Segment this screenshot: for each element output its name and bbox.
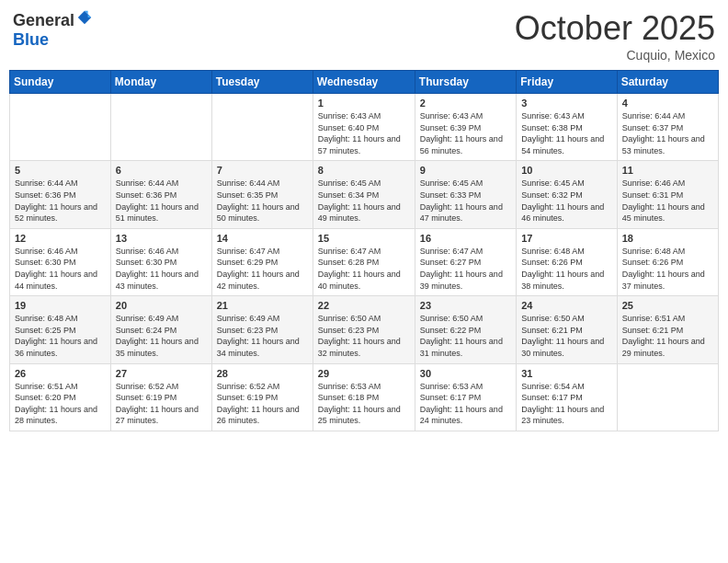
day-number: 21 xyxy=(217,300,308,311)
calendar-day-cell: 16Sunrise: 6:47 AMSunset: 6:27 PMDayligh… xyxy=(415,228,516,295)
day-info: Sunrise: 6:51 AMSunset: 6:21 PMDaylight:… xyxy=(622,313,713,359)
day-number: 13 xyxy=(116,233,207,244)
calendar-day-cell: 25Sunrise: 6:51 AMSunset: 6:21 PMDayligh… xyxy=(617,296,718,363)
calendar-day-cell: 15Sunrise: 6:47 AMSunset: 6:28 PMDayligh… xyxy=(313,228,415,295)
calendar-day-cell xyxy=(617,363,718,431)
day-info: Sunrise: 6:44 AMSunset: 6:37 PMDaylight:… xyxy=(622,110,713,156)
day-number: 16 xyxy=(420,233,511,244)
day-info: Sunrise: 6:43 AMSunset: 6:39 PMDaylight:… xyxy=(420,110,511,156)
logo-blue: Blue xyxy=(13,30,49,49)
day-info: Sunrise: 6:50 AMSunset: 6:23 PMDaylight:… xyxy=(318,313,410,359)
calendar-day-cell: 8Sunrise: 6:45 AMSunset: 6:34 PMDaylight… xyxy=(313,161,415,228)
day-info: Sunrise: 6:53 AMSunset: 6:18 PMDaylight:… xyxy=(318,381,410,427)
calendar-day-cell: 9Sunrise: 6:45 AMSunset: 6:33 PMDaylight… xyxy=(415,161,516,228)
day-info: Sunrise: 6:48 AMSunset: 6:26 PMDaylight:… xyxy=(622,246,713,292)
day-info: Sunrise: 6:47 AMSunset: 6:27 PMDaylight:… xyxy=(420,246,511,292)
day-number: 12 xyxy=(15,233,106,244)
calendar-day-cell: 20Sunrise: 6:49 AMSunset: 6:24 PMDayligh… xyxy=(110,296,211,363)
calendar-day-cell: 17Sunrise: 6:48 AMSunset: 6:26 PMDayligh… xyxy=(517,228,617,295)
calendar-day-cell: 21Sunrise: 6:49 AMSunset: 6:23 PMDayligh… xyxy=(211,296,313,363)
calendar-day-cell: 4Sunrise: 6:44 AMSunset: 6:37 PMDaylight… xyxy=(617,94,718,161)
calendar-week-4: 19Sunrise: 6:48 AMSunset: 6:25 PMDayligh… xyxy=(10,296,719,363)
weekday-header-monday: Monday xyxy=(110,71,211,94)
day-number: 22 xyxy=(318,300,410,311)
day-number: 6 xyxy=(116,165,207,176)
calendar-day-cell: 1Sunrise: 6:43 AMSunset: 6:40 PMDaylight… xyxy=(313,94,415,161)
day-number: 14 xyxy=(217,233,308,244)
calendar-day-cell: 24Sunrise: 6:50 AMSunset: 6:21 PMDayligh… xyxy=(517,296,617,363)
day-info: Sunrise: 6:45 AMSunset: 6:32 PMDaylight:… xyxy=(521,178,611,224)
day-info: Sunrise: 6:54 AMSunset: 6:17 PMDaylight:… xyxy=(521,381,611,427)
title-block: October 2025 Cuquio, Mexico xyxy=(515,9,715,63)
day-number: 28 xyxy=(217,368,308,379)
day-number: 31 xyxy=(521,368,611,379)
logo-general: General xyxy=(13,11,74,29)
day-number: 18 xyxy=(622,233,713,244)
page-header: General Blue October 2025 Cuquio, Mexico xyxy=(9,9,719,63)
day-number: 9 xyxy=(420,165,511,176)
calendar-day-cell: 29Sunrise: 6:53 AMSunset: 6:18 PMDayligh… xyxy=(313,363,415,431)
calendar-day-cell: 7Sunrise: 6:44 AMSunset: 6:35 PMDaylight… xyxy=(211,161,313,228)
calendar-day-cell: 30Sunrise: 6:53 AMSunset: 6:17 PMDayligh… xyxy=(415,363,516,431)
day-info: Sunrise: 6:52 AMSunset: 6:19 PMDaylight:… xyxy=(217,381,308,427)
month-title: October 2025 xyxy=(515,9,715,48)
calendar-day-cell: 28Sunrise: 6:52 AMSunset: 6:19 PMDayligh… xyxy=(211,363,313,431)
day-number: 4 xyxy=(622,98,713,109)
calendar-day-cell: 6Sunrise: 6:44 AMSunset: 6:36 PMDaylight… xyxy=(110,161,211,228)
calendar-day-cell: 22Sunrise: 6:50 AMSunset: 6:23 PMDayligh… xyxy=(313,296,415,363)
calendar-day-cell: 3Sunrise: 6:43 AMSunset: 6:38 PMDaylight… xyxy=(517,94,617,161)
calendar-day-cell: 2Sunrise: 6:43 AMSunset: 6:39 PMDaylight… xyxy=(415,94,516,161)
day-number: 5 xyxy=(15,165,106,176)
weekday-header-sunday: Sunday xyxy=(10,71,111,94)
day-info: Sunrise: 6:48 AMSunset: 6:25 PMDaylight:… xyxy=(15,313,106,359)
day-number: 2 xyxy=(420,98,511,109)
day-number: 19 xyxy=(15,300,106,311)
calendar-day-cell: 23Sunrise: 6:50 AMSunset: 6:22 PMDayligh… xyxy=(415,296,516,363)
day-number: 17 xyxy=(521,233,611,244)
day-number: 27 xyxy=(116,368,207,379)
day-number: 30 xyxy=(420,368,511,379)
day-info: Sunrise: 6:53 AMSunset: 6:17 PMDaylight:… xyxy=(420,381,511,427)
weekday-header-friday: Friday xyxy=(517,71,617,94)
day-number: 24 xyxy=(521,300,611,311)
day-info: Sunrise: 6:44 AMSunset: 6:36 PMDaylight:… xyxy=(116,178,207,224)
day-number: 11 xyxy=(622,165,713,176)
weekday-header-thursday: Thursday xyxy=(415,71,516,94)
calendar-week-2: 5Sunrise: 6:44 AMSunset: 6:36 PMDaylight… xyxy=(10,161,719,228)
day-number: 20 xyxy=(116,300,207,311)
day-info: Sunrise: 6:48 AMSunset: 6:26 PMDaylight:… xyxy=(521,246,611,292)
logo-text: General Blue xyxy=(13,9,93,50)
day-info: Sunrise: 6:46 AMSunset: 6:30 PMDaylight:… xyxy=(116,246,207,292)
calendar-week-1: 1Sunrise: 6:43 AMSunset: 6:40 PMDaylight… xyxy=(10,94,719,161)
day-number: 8 xyxy=(318,165,410,176)
calendar-day-cell: 26Sunrise: 6:51 AMSunset: 6:20 PMDayligh… xyxy=(10,363,111,431)
calendar-day-cell xyxy=(10,94,111,161)
calendar-day-cell: 14Sunrise: 6:47 AMSunset: 6:29 PMDayligh… xyxy=(211,228,313,295)
day-number: 26 xyxy=(15,368,106,379)
calendar-day-cell: 27Sunrise: 6:52 AMSunset: 6:19 PMDayligh… xyxy=(110,363,211,431)
calendar-day-cell: 12Sunrise: 6:46 AMSunset: 6:30 PMDayligh… xyxy=(10,228,111,295)
location: Cuquio, Mexico xyxy=(515,48,715,63)
calendar-day-cell: 19Sunrise: 6:48 AMSunset: 6:25 PMDayligh… xyxy=(10,296,111,363)
logo-icon xyxy=(76,9,93,26)
day-info: Sunrise: 6:49 AMSunset: 6:23 PMDaylight:… xyxy=(217,313,308,359)
day-info: Sunrise: 6:51 AMSunset: 6:20 PMDaylight:… xyxy=(15,381,106,427)
day-info: Sunrise: 6:49 AMSunset: 6:24 PMDaylight:… xyxy=(116,313,207,359)
day-info: Sunrise: 6:45 AMSunset: 6:33 PMDaylight:… xyxy=(420,178,511,224)
day-info: Sunrise: 6:44 AMSunset: 6:35 PMDaylight:… xyxy=(217,178,308,224)
calendar-day-cell: 18Sunrise: 6:48 AMSunset: 6:26 PMDayligh… xyxy=(617,228,718,295)
calendar-day-cell: 13Sunrise: 6:46 AMSunset: 6:30 PMDayligh… xyxy=(110,228,211,295)
day-number: 23 xyxy=(420,300,511,311)
day-number: 29 xyxy=(318,368,410,379)
logo: General Blue xyxy=(13,9,93,50)
calendar-day-cell: 10Sunrise: 6:45 AMSunset: 6:32 PMDayligh… xyxy=(517,161,617,228)
calendar-table: SundayMondayTuesdayWednesdayThursdayFrid… xyxy=(9,70,719,431)
calendar-week-5: 26Sunrise: 6:51 AMSunset: 6:20 PMDayligh… xyxy=(10,363,719,431)
weekday-header-tuesday: Tuesday xyxy=(211,71,313,94)
day-info: Sunrise: 6:47 AMSunset: 6:29 PMDaylight:… xyxy=(217,246,308,292)
day-info: Sunrise: 6:50 AMSunset: 6:22 PMDaylight:… xyxy=(420,313,511,359)
calendar-day-cell: 31Sunrise: 6:54 AMSunset: 6:17 PMDayligh… xyxy=(517,363,617,431)
day-number: 3 xyxy=(521,98,611,109)
day-info: Sunrise: 6:45 AMSunset: 6:34 PMDaylight:… xyxy=(318,178,410,224)
day-number: 1 xyxy=(318,98,410,109)
